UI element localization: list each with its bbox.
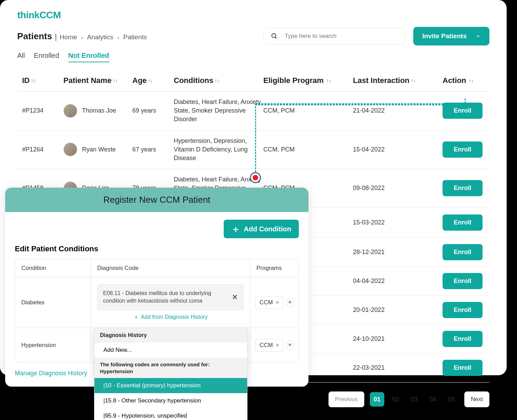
page-number[interactable]: 03: [407, 392, 422, 407]
cell-action: Enroll: [443, 141, 485, 158]
program-chip: CCM ×: [255, 339, 284, 352]
condition-name: Hypertension: [15, 328, 91, 363]
crumb-analytics[interactable]: Analytics: [87, 33, 113, 41]
dropdown-item[interactable]: |15.8 - Other Secondary hypertension: [94, 393, 247, 408]
cell-action: Enroll: [443, 360, 485, 376]
cell-program: CCM, PCM: [263, 146, 353, 153]
add-program-button[interactable]: +: [286, 298, 294, 307]
cell-name: Ryan Weste: [63, 143, 132, 156]
enroll-button[interactable]: Enroll: [443, 103, 483, 119]
brand-logo: thinkCCM: [17, 10, 489, 21]
col-age[interactable]: Age↑↓: [132, 76, 174, 85]
cond-col-programs: Programs: [250, 259, 298, 277]
svg-line-1: [275, 37, 277, 39]
sort-icon: ↑↓: [467, 78, 474, 83]
page-number[interactable]: 05: [444, 392, 459, 407]
col-last[interactable]: Last Interaction↑↓: [353, 76, 443, 85]
chevron-right-icon: ›: [118, 34, 119, 40]
tab-enrolled[interactable]: Enrolled: [34, 52, 59, 62]
table-row: #P1234 Thomas Joe 69 years Diabetes, Hea…: [17, 92, 489, 130]
cell-id: #P1234: [22, 107, 63, 114]
page-number[interactable]: 04: [426, 392, 440, 407]
add-condition-button[interactable]: ＋ Add Condition: [224, 220, 299, 238]
enroll-button[interactable]: Enroll: [443, 141, 483, 158]
invite-patients-button[interactable]: Invite Patients: [413, 27, 489, 45]
add-program-button[interactable]: +: [286, 340, 294, 350]
diagnosis-dropdown: Diagnosis History Add New... The followi…: [94, 328, 247, 420]
col-conditions[interactable]: Conditions↑↓: [174, 76, 263, 85]
cell-id: #P1264: [22, 146, 63, 153]
col-id[interactable]: ID↑↓: [22, 76, 63, 85]
col-program[interactable]: Eligible Program ↑↓: [263, 76, 353, 85]
enroll-button[interactable]: Enroll: [443, 273, 483, 289]
remove-program-icon[interactable]: ×: [276, 342, 279, 349]
col-action[interactable]: Action ↑↓: [443, 76, 485, 85]
col-name[interactable]: Patient Name↑↓: [63, 76, 132, 85]
invite-label: Invite Patients: [422, 32, 467, 40]
enroll-button[interactable]: Enroll: [443, 331, 483, 347]
prev-button[interactable]: Previous: [328, 391, 364, 407]
enroll-button[interactable]: Enroll: [443, 244, 483, 260]
dropdown-add-new[interactable]: Add New...: [94, 343, 247, 358]
condition-row: Diabetes E08.11 - Diabetes mellitus due …: [15, 277, 298, 328]
cell-action: Enroll: [443, 180, 485, 196]
cell-last: 24-10-2021: [353, 335, 443, 343]
plus-icon: ＋: [231, 224, 240, 233]
dropdown-item[interactable]: |10 - Essential (primary) hypertension: [94, 378, 247, 393]
cell-action: Enroll: [443, 244, 485, 260]
search-input[interactable]: [285, 33, 398, 40]
cell-action: Enroll: [443, 103, 485, 119]
modal-title: Register New CCM Patient: [5, 188, 308, 212]
cell-last: 15-03-2022: [353, 219, 443, 226]
sort-icon: ↑↓: [148, 78, 153, 83]
enroll-button[interactable]: Enroll: [443, 214, 483, 231]
search-box[interactable]: [264, 28, 405, 45]
tab-not-enrolled[interactable]: Not Enrolled: [68, 52, 109, 62]
enroll-button[interactable]: Enroll: [443, 180, 483, 196]
crumb-patients[interactable]: Patients: [123, 33, 147, 41]
annotation-marker: [250, 172, 261, 183]
dropdown-note: The following codes are commonly used fo…: [94, 358, 247, 378]
avatar: [63, 143, 77, 156]
table-row: #P1264 Ryan Weste 67 years Hypertension,…: [17, 130, 489, 169]
enroll-button[interactable]: Enroll: [443, 302, 483, 318]
cell-program: CCM, PCM: [263, 107, 353, 114]
cell-last: 15-04-2022: [353, 146, 443, 153]
diagnosis-chip: E08.11 - Diabetes mellitus due to underl…: [97, 284, 244, 310]
cell-conditions: Diabetes, Heart Failure, Anxiety State, …: [174, 98, 263, 124]
search-icon: [271, 33, 278, 40]
cell-last: 04-04-2022: [353, 277, 443, 285]
cell-last: 21-04-2022: [353, 107, 443, 114]
page-title: Patients: [17, 31, 52, 42]
cell-last: 22-03-2021: [353, 364, 443, 371]
sort-icon: ↑↓: [411, 78, 416, 83]
sort-icon: ↑↓: [113, 78, 118, 83]
page-number[interactable]: 02: [388, 392, 403, 407]
diagnosis-text: E08.11 - Diabetes mellitus due to underl…: [103, 290, 227, 305]
condition-name: Diabetes: [15, 277, 91, 328]
cell-name: Thomas Joe: [63, 104, 132, 118]
next-button[interactable]: Next: [464, 391, 489, 407]
tabs: All Enrolled Not Enrolled: [17, 52, 489, 62]
separator: |: [55, 32, 57, 41]
table-header: ID↑↓ Patient Name↑↓ Age↑↓ Conditions↑↓ E…: [17, 76, 489, 92]
add-from-history-link[interactable]: ＋ Add from Diagnosis History: [133, 314, 208, 321]
section-title: Edit Patient Conditions: [15, 244, 299, 253]
remove-diagnosis-icon[interactable]: ✕: [232, 293, 238, 301]
dropdown-section-header: Diagnosis History: [94, 328, 247, 343]
header-controls: Invite Patients: [264, 27, 489, 45]
cell-conditions: Hypertension, Depression, Vitamin D Defi…: [174, 137, 263, 163]
dropdown-item[interactable]: |95.9 - Hypotension, unspecified: [94, 408, 247, 420]
tab-all[interactable]: All: [17, 52, 25, 62]
remove-program-icon[interactable]: ×: [276, 299, 279, 306]
chevron-right-icon: ›: [81, 34, 83, 40]
pagination: Previous 0102030405 Next: [17, 391, 489, 407]
crumb-home[interactable]: Home: [60, 33, 77, 41]
cell-action: Enroll: [443, 214, 485, 231]
cond-col-condition: Condition: [15, 259, 91, 277]
enroll-button[interactable]: Enroll: [443, 360, 483, 376]
plus-icon: ＋: [133, 314, 139, 321]
page-number[interactable]: 01: [370, 392, 384, 407]
cell-age: 69 years: [132, 107, 174, 114]
svg-point-0: [272, 34, 276, 38]
